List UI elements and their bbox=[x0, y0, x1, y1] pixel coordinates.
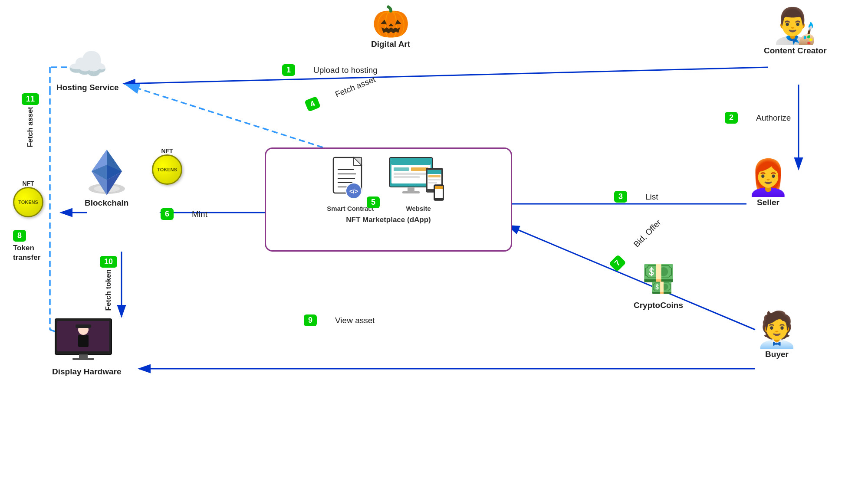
svg-rect-44 bbox=[402, 191, 420, 193]
seller-label: Seller bbox=[757, 198, 779, 207]
hosting-service-node: ☁️ Hosting Service bbox=[56, 48, 119, 92]
step-3-container: 3 List bbox=[614, 191, 658, 203]
svg-rect-43 bbox=[408, 187, 414, 191]
step-9-container: 9 View asset bbox=[304, 314, 375, 326]
marketplace-inner: </> Smart Contract bbox=[327, 155, 450, 212]
digital-art-label: Digital Art bbox=[371, 39, 410, 49]
step-7-badge: 7 bbox=[609, 254, 626, 272]
step-6-container: 6 Mint bbox=[161, 208, 207, 220]
svg-rect-42 bbox=[394, 176, 420, 178]
svg-rect-41 bbox=[394, 173, 428, 175]
painter-icon: 👨‍🎨 bbox=[773, 9, 817, 43]
step-1-label: Upload to hosting bbox=[313, 66, 378, 75]
svg-text:</>: </> bbox=[349, 188, 358, 195]
token-coin-left-text: TOKENS bbox=[18, 200, 38, 205]
nft-label-mid: NFT bbox=[161, 147, 173, 154]
digital-art-node: 🎃 Digital Art bbox=[371, 7, 410, 49]
step-8-label: Tokentransfer bbox=[13, 243, 40, 262]
svg-rect-58 bbox=[76, 324, 91, 328]
website-icon bbox=[387, 155, 450, 203]
step-9-label: View asset bbox=[335, 316, 375, 325]
content-creator-label: Content Creator bbox=[764, 46, 827, 56]
cryptocoins-label: CryptoCoins bbox=[634, 301, 683, 310]
nft-token-left-node: NFT TOKENS bbox=[13, 180, 43, 217]
svg-rect-50 bbox=[428, 182, 437, 183]
pumpkin-icon: 🎃 bbox=[372, 7, 410, 37]
svg-rect-53 bbox=[435, 186, 443, 189]
nft-token-mid-node: NFT TOKENS bbox=[152, 147, 182, 185]
step-11-container: 11 Fetch asset bbox=[22, 93, 39, 147]
blockchain-label: Blockchain bbox=[85, 198, 128, 208]
step-1-container: 1 Upload to hosting bbox=[282, 64, 378, 76]
step-3-label: List bbox=[645, 192, 658, 202]
website-label: Website bbox=[406, 205, 431, 212]
step-10-container: 10 Fetch token bbox=[100, 256, 117, 311]
display-label: Display Hardware bbox=[52, 367, 121, 377]
smart-contract-icon: </> bbox=[330, 155, 371, 203]
step-11-label: Fetch asset bbox=[26, 107, 35, 147]
buyer-node: 🧑‍💼 Buyer bbox=[755, 312, 799, 359]
eth-diamond-icon bbox=[87, 147, 126, 197]
svg-rect-49 bbox=[428, 179, 441, 180]
step-10-badge: 10 bbox=[100, 256, 117, 268]
svg-rect-47 bbox=[427, 170, 441, 174]
step-2-badge: 2 bbox=[725, 112, 738, 124]
step-7-label: Bid, Offer bbox=[631, 218, 663, 249]
svg-rect-39 bbox=[394, 167, 409, 171]
svg-rect-38 bbox=[391, 160, 431, 165]
step-4-label: Fetch asset bbox=[334, 74, 377, 99]
token-coin-mid-text: TOKENS bbox=[157, 167, 177, 172]
step-1-badge: 1 bbox=[282, 64, 295, 76]
step-5-container: 5 bbox=[367, 197, 380, 208]
website-section: Website bbox=[387, 155, 450, 212]
step-11-badge: 11 bbox=[22, 93, 39, 105]
money-stack-icon: 💵 bbox=[651, 278, 673, 298]
step-6-badge: 6 bbox=[161, 208, 174, 220]
buyer-icon: 🧑‍💼 bbox=[755, 312, 799, 347]
seller-node: 👩‍🦰 Seller bbox=[746, 160, 790, 207]
step-4-badge: 4 bbox=[304, 96, 321, 112]
blockchain-node: Blockchain bbox=[85, 147, 128, 208]
buyer-label: Buyer bbox=[765, 350, 789, 359]
step-2-label: Authorize bbox=[756, 113, 791, 123]
seller-icon: 👩‍🦰 bbox=[746, 160, 790, 195]
step-5-badge: 5 bbox=[367, 197, 380, 208]
svg-rect-61 bbox=[72, 358, 94, 360]
display-icon bbox=[53, 317, 120, 364]
cryptocoins-node: 💵 💵 CryptoCoins bbox=[634, 260, 683, 310]
svg-rect-59 bbox=[78, 335, 89, 347]
step-8-badge: 8 bbox=[13, 230, 26, 242]
step-8-container: 8 Tokentransfer bbox=[13, 230, 40, 262]
display-node: Display Hardware bbox=[52, 317, 121, 377]
svg-line-3 bbox=[124, 67, 768, 84]
diagram-container: 🎃 Digital Art 👨‍🎨 Content Creator ☁️ Hos… bbox=[0, 0, 868, 488]
cloud-icon: ☁️ bbox=[67, 48, 108, 80]
token-coin-left: TOKENS bbox=[13, 187, 43, 217]
step-6-label: Mint bbox=[192, 210, 207, 219]
step-2-container: 2 Authorize bbox=[725, 112, 791, 124]
step-3-badge: 3 bbox=[614, 191, 627, 203]
content-creator-node: 👨‍🎨 Content Creator bbox=[764, 9, 827, 56]
svg-rect-60 bbox=[79, 354, 88, 358]
step-9-badge: 9 bbox=[304, 314, 317, 326]
marketplace-label: NFT Marketplace (dApp) bbox=[346, 216, 431, 224]
nft-label-left: NFT bbox=[22, 180, 34, 187]
marketplace-box: </> Smart Contract bbox=[265, 147, 512, 252]
svg-rect-40 bbox=[411, 167, 428, 171]
step-4-container: 4 Fetch asset bbox=[304, 73, 377, 112]
hosting-label: Hosting Service bbox=[56, 83, 119, 92]
step-10-label: Fetch token bbox=[104, 269, 113, 311]
svg-rect-48 bbox=[428, 175, 441, 177]
token-coin-mid: TOKENS bbox=[152, 154, 182, 185]
